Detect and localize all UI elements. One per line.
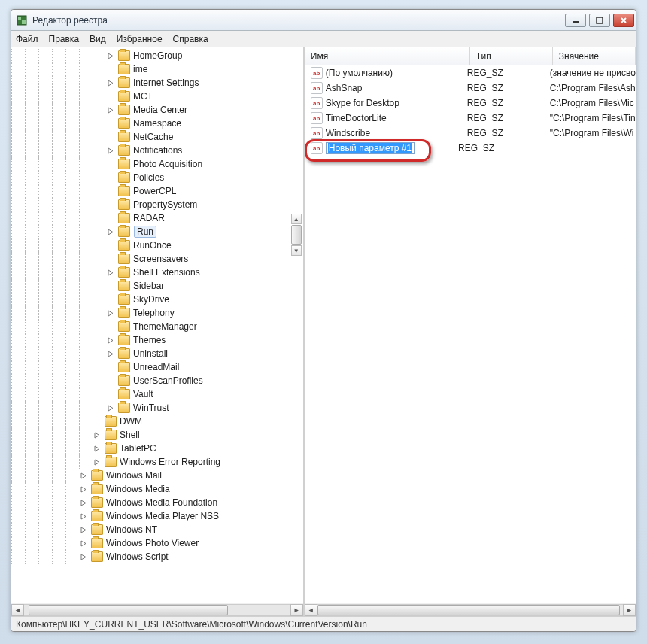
tree-item[interactable]: Windows Media Foundation xyxy=(11,496,303,509)
expander-icon[interactable] xyxy=(93,430,102,439)
expander-icon[interactable] xyxy=(79,552,88,561)
titlebar[interactable]: Редактор реестра xyxy=(11,10,636,31)
hscroll-track[interactable] xyxy=(24,604,290,616)
scroll-left-icon[interactable]: ◄ xyxy=(305,604,317,616)
list-hscroll[interactable]: ◄ ► xyxy=(305,603,636,616)
tree-item[interactable]: SkyDrive xyxy=(11,293,303,306)
expander-icon[interactable] xyxy=(79,525,88,534)
tree-item[interactable]: Windows NT xyxy=(11,523,303,536)
expander-icon[interactable] xyxy=(106,105,115,114)
tree-item[interactable]: Windows Mail xyxy=(11,469,303,482)
menu-help[interactable]: Справка xyxy=(173,34,208,44)
expander-icon[interactable] xyxy=(93,444,102,453)
expander-icon[interactable] xyxy=(79,498,88,507)
expander-icon[interactable] xyxy=(106,308,115,317)
folder-icon xyxy=(91,497,103,508)
tree-hscroll[interactable]: ◄ ► xyxy=(11,603,303,616)
expander-icon[interactable] xyxy=(106,349,115,358)
maximize-button[interactable] xyxy=(589,14,610,27)
menubar: Файл Правка Вид Избранное Справка xyxy=(11,31,636,47)
folder-icon xyxy=(118,281,130,291)
tree-item[interactable]: Windows Media Player NSS xyxy=(11,509,303,523)
tree-item[interactable]: Namespace xyxy=(11,117,303,130)
scroll-left-icon[interactable]: ◄ xyxy=(11,604,24,616)
tree-item[interactable]: WinTrust xyxy=(11,401,303,415)
menu-file[interactable]: Файл xyxy=(16,34,38,44)
col-value[interactable]: Значение xyxy=(553,47,636,65)
registry-value-row[interactable]: ab(По умолчанию)REG_SZ(значение не присв… xyxy=(305,65,636,80)
expander-icon[interactable] xyxy=(106,336,115,345)
menu-edit[interactable]: Правка xyxy=(49,34,80,44)
tree-view[interactable]: ▲ ▼ HomeGroupimeInternet SettingsMCTMedi… xyxy=(11,47,303,603)
folder-icon xyxy=(118,375,130,386)
tree-item[interactable]: RunOnce xyxy=(11,238,303,252)
tree-item[interactable]: Windows Media xyxy=(11,482,303,496)
expander-icon[interactable] xyxy=(79,512,88,521)
tree-label: PropertySystem xyxy=(133,199,197,210)
scroll-down-icon[interactable]: ▼ xyxy=(291,245,302,256)
expander-icon[interactable] xyxy=(79,539,88,548)
tree-item[interactable]: ime xyxy=(11,62,303,76)
minimize-button[interactable] xyxy=(565,14,586,27)
tree-item[interactable]: Themes xyxy=(11,333,303,347)
col-name[interactable]: Имя xyxy=(305,47,470,65)
tree-item[interactable]: Shell Extensions xyxy=(11,266,303,279)
tree-item[interactable]: MCT xyxy=(11,90,303,103)
tree-item[interactable]: UserScanProfiles xyxy=(11,374,303,387)
tree-item[interactable]: Uninstall xyxy=(11,347,303,360)
tree-label: Themes xyxy=(133,335,166,345)
expander-icon[interactable] xyxy=(79,485,88,494)
tree-item[interactable]: Photo Acquisition xyxy=(11,157,303,171)
menu-view[interactable]: Вид xyxy=(90,34,106,44)
expander-icon[interactable] xyxy=(106,227,115,236)
tree-item[interactable]: PropertySystem xyxy=(11,198,303,211)
registry-value-row[interactable]: abWindscribeREG_SZ"C:\Program Files\Wi xyxy=(305,126,636,141)
list-body[interactable]: ab(По умолчанию)REG_SZ(значение не присв… xyxy=(305,65,636,603)
expander-icon[interactable] xyxy=(106,51,115,60)
tree-item[interactable]: RADAR xyxy=(11,211,303,225)
tree-item[interactable]: HomeGroup xyxy=(11,49,303,62)
expander-icon[interactable] xyxy=(106,403,115,412)
rename-input[interactable]: Новый параметр #1 xyxy=(326,142,415,154)
expander-placeholder xyxy=(106,200,115,209)
tree-item[interactable]: Windows Photo Viewer xyxy=(11,536,303,550)
tree-item[interactable]: TabletPC xyxy=(11,442,303,455)
scroll-right-icon[interactable]: ► xyxy=(623,604,636,616)
scroll-thumb[interactable] xyxy=(291,225,302,245)
tree-item[interactable]: Screensavers xyxy=(11,252,303,266)
tree-item[interactable]: UnreadMail xyxy=(11,360,303,374)
expander-icon[interactable] xyxy=(93,457,102,466)
tree-item[interactable]: Windows Error Reporting xyxy=(11,455,303,469)
close-button[interactable] xyxy=(613,14,634,27)
tree-item[interactable]: NetCache xyxy=(11,130,303,144)
tree-item[interactable]: Shell xyxy=(11,428,303,442)
expander-icon[interactable] xyxy=(79,471,88,480)
tree-item[interactable]: PowerCPL xyxy=(11,184,303,198)
col-type[interactable]: Тип xyxy=(470,47,553,65)
tree-item[interactable]: Sidebar xyxy=(11,279,303,293)
tree-item[interactable]: Windows Script xyxy=(11,550,303,564)
scroll-up-icon[interactable]: ▲ xyxy=(291,214,302,224)
tree-item[interactable]: ThemeManager xyxy=(11,320,303,333)
tree-label: Windows Media Player NSS xyxy=(106,511,219,521)
tree-item[interactable]: Telephony xyxy=(11,306,303,320)
tree-item[interactable]: Notifications xyxy=(11,144,303,157)
expander-icon[interactable] xyxy=(106,268,115,277)
registry-value-row-editing[interactable]: abНовый параметр #1REG_SZ xyxy=(305,141,636,156)
tree-item[interactable]: Run xyxy=(11,225,303,238)
expander-icon[interactable] xyxy=(106,146,115,155)
value-data: "C:\Program Files\Tin xyxy=(550,113,636,123)
expander-icon[interactable] xyxy=(106,78,115,87)
registry-value-row[interactable]: abTimeDoctorLiteREG_SZ"C:\Program Files\… xyxy=(305,111,636,126)
tree-item[interactable]: Internet Settings xyxy=(11,76,303,90)
tree-item[interactable]: Policies xyxy=(11,171,303,184)
scroll-right-icon[interactable]: ► xyxy=(290,604,303,616)
menu-favorites[interactable]: Избранное xyxy=(117,34,163,44)
tree-vscroll[interactable]: ▲ ▼ xyxy=(291,214,303,256)
tree-item[interactable]: Vault xyxy=(11,387,303,401)
hscroll-track[interactable] xyxy=(317,604,623,616)
registry-value-row[interactable]: abAshSnapREG_SZC:\Program Files\Ash xyxy=(305,80,636,96)
tree-item[interactable]: DWM xyxy=(11,415,303,428)
tree-item[interactable]: Media Center xyxy=(11,103,303,117)
registry-value-row[interactable]: abSkype for DesktopREG_SZC:\Program File… xyxy=(305,96,636,111)
